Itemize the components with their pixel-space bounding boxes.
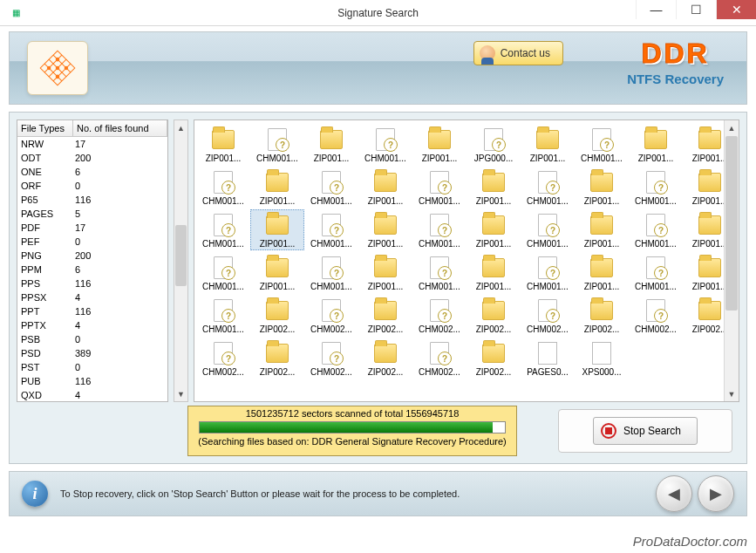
file-label: CHM002...: [310, 367, 352, 377]
col-file-types[interactable]: File Types: [17, 120, 73, 136]
table-row[interactable]: PUB116: [17, 374, 167, 388]
file-item[interactable]: CHM001...: [412, 209, 467, 250]
file-item[interactable]: CHM002...: [196, 338, 250, 379]
table-scrollbar[interactable]: ▲ ▼: [174, 119, 188, 402]
file-item[interactable]: CHM001...: [304, 209, 358, 250]
file-item[interactable]: CHM001...: [575, 124, 629, 165]
maximize-button[interactable]: ☐: [676, 0, 716, 19]
scroll-up-icon[interactable]: ▲: [725, 120, 739, 135]
table-row[interactable]: PSB0: [17, 332, 167, 346]
file-item[interactable]: ZIP002...: [250, 295, 304, 336]
table-row[interactable]: PNG200: [17, 249, 167, 263]
document-unknown-icon: [263, 126, 291, 154]
back-button[interactable]: ◀: [656, 475, 692, 512]
file-item[interactable]: CHM001...: [304, 252, 358, 293]
table-row[interactable]: PPSX4: [17, 290, 167, 304]
file-label: ZIP002...: [368, 367, 404, 377]
table-row[interactable]: PPM6: [17, 263, 167, 276]
next-button[interactable]: ▶: [698, 475, 734, 512]
scroll-down-icon[interactable]: ▼: [174, 386, 187, 401]
file-item[interactable]: CHM001...: [196, 252, 250, 293]
file-item[interactable]: ZIP001...: [358, 209, 412, 250]
file-item[interactable]: CHM002...: [629, 295, 683, 336]
file-item[interactable]: CHM002...: [304, 338, 358, 379]
file-item[interactable]: CHM001...: [629, 167, 683, 208]
file-item[interactable]: CHM001...: [521, 252, 575, 293]
document-unknown-icon: [642, 168, 670, 196]
table-row[interactable]: PPT116: [17, 304, 167, 318]
file-item[interactable]: ZIP001...: [575, 252, 629, 293]
file-item[interactable]: ZIP002...: [575, 295, 629, 336]
table-row[interactable]: ONE6: [17, 165, 167, 179]
file-item[interactable]: ZIP001...: [467, 209, 521, 250]
file-item[interactable]: CHM001...: [521, 167, 575, 208]
file-item[interactable]: ZIP002...: [467, 338, 521, 379]
file-item[interactable]: CHM002...: [412, 295, 467, 336]
file-item[interactable]: ZIP001...: [304, 124, 358, 165]
file-item[interactable]: CHM001...: [196, 167, 250, 208]
document-unknown-icon: [534, 254, 562, 282]
file-item[interactable]: ZIP001...: [250, 209, 304, 250]
file-item[interactable]: ZIP002...: [250, 338, 304, 379]
file-item[interactable]: JPG000...: [467, 124, 521, 165]
stop-search-button[interactable]: Stop Search: [593, 417, 698, 445]
document-unknown-icon: [588, 126, 616, 154]
minimize-button[interactable]: —: [636, 0, 676, 19]
file-item[interactable]: ZIP001...: [250, 167, 304, 208]
table-row[interactable]: ORF0: [17, 179, 167, 193]
grid-scrollbar[interactable]: ▲ ▼: [724, 120, 739, 401]
file-item[interactable]: CHM002...: [412, 338, 467, 379]
file-item[interactable]: CHM001...: [304, 167, 358, 208]
file-item[interactable]: ZIP002...: [467, 295, 521, 336]
scroll-thumb[interactable]: [175, 225, 187, 286]
table-row[interactable]: ODT200: [17, 151, 167, 165]
file-item[interactable]: ZIP001...: [358, 252, 412, 293]
table-row[interactable]: PEF0: [17, 235, 167, 249]
cell-count: 0: [73, 236, 167, 247]
file-item[interactable]: CHM001...: [521, 209, 575, 250]
table-row[interactable]: NRW17: [17, 137, 167, 151]
col-count[interactable]: No. of files found: [73, 120, 167, 136]
close-button[interactable]: ✕: [716, 0, 756, 19]
table-row[interactable]: PSD389: [17, 346, 167, 360]
scroll-down-icon[interactable]: ▼: [725, 386, 739, 401]
cell-type: PPSX: [17, 292, 73, 303]
file-item[interactable]: ZIP001...: [467, 252, 521, 293]
table-row[interactable]: P65116: [17, 193, 167, 207]
file-item[interactable]: CHM001...: [196, 209, 250, 250]
scroll-up-icon[interactable]: ▲: [174, 120, 187, 135]
file-item[interactable]: CHM001...: [629, 209, 683, 250]
file-item[interactable]: ZIP002...: [358, 295, 412, 336]
file-item[interactable]: CHM001...: [412, 167, 467, 208]
document-unknown-icon: [371, 126, 399, 154]
file-item[interactable]: ZIP001...: [412, 124, 467, 165]
file-item[interactable]: ZIP001...: [358, 167, 412, 208]
file-item[interactable]: PAGES0...: [521, 338, 575, 379]
file-item[interactable]: CHM001...: [250, 124, 304, 165]
table-row[interactable]: PAGES5: [17, 207, 167, 221]
file-item[interactable]: ZIP001...: [575, 167, 629, 208]
file-item[interactable]: CHM001...: [629, 252, 683, 293]
table-row[interactable]: QXD4: [17, 388, 167, 401]
scroll-thumb[interactable]: [725, 136, 738, 311]
file-item[interactable]: ZIP002...: [358, 338, 412, 379]
table-row[interactable]: PPS116: [17, 276, 167, 290]
file-item[interactable]: ZIP001...: [196, 124, 250, 165]
table-row[interactable]: PST0: [17, 360, 167, 374]
folder-icon: [696, 168, 724, 196]
file-item[interactable]: ZIP001...: [575, 209, 629, 250]
file-item[interactable]: CHM001...: [412, 252, 467, 293]
file-item[interactable]: CHM001...: [196, 295, 250, 336]
file-item[interactable]: ZIP001...: [629, 124, 683, 165]
table-row[interactable]: PPTX4: [17, 318, 167, 332]
file-item[interactable]: ZIP001...: [250, 252, 304, 293]
file-item[interactable]: XPS000...: [575, 338, 629, 379]
file-item[interactable]: ZIP001...: [467, 167, 521, 208]
file-item[interactable]: CHM002...: [521, 295, 575, 336]
file-item[interactable]: ZIP001...: [521, 124, 575, 165]
file-item[interactable]: CHM001...: [358, 124, 412, 165]
file-item[interactable]: CHM002...: [304, 295, 358, 336]
contact-us-button[interactable]: Contact us: [473, 41, 563, 65]
cell-count: 6: [73, 264, 167, 275]
table-row[interactable]: PDF17: [17, 221, 167, 235]
